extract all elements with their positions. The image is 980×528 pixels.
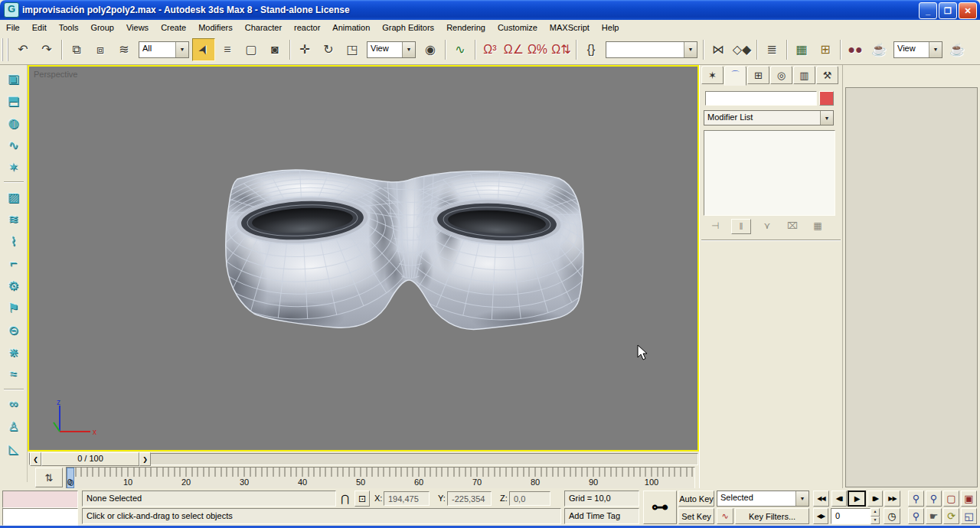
select-and-manipulate-button[interactable]: ∿ (449, 38, 472, 61)
current-frame-field[interactable]: 0 (831, 508, 871, 524)
tab-utilities[interactable]: ⚒ (816, 66, 838, 84)
menu-edit[interactable]: Edit (26, 21, 53, 34)
curve-editor-button[interactable]: ▦ (790, 38, 813, 61)
reference-coordinate-system-dropdown[interactable]: View▼ (367, 41, 416, 58)
create-soft-body-collection-button[interactable]: ◍ (3, 112, 24, 132)
maxscript-mini-listener-macro[interactable] (2, 491, 78, 508)
remove-modifier-button[interactable]: ⌧ (783, 219, 802, 233)
select-by-name-button[interactable]: ≡ (216, 38, 239, 61)
select-and-rotate-button[interactable]: ↻ (317, 38, 340, 61)
select-and-move-button[interactable]: ✛ (293, 38, 316, 61)
tab-modify[interactable]: ⌒ (724, 66, 746, 86)
title-bar[interactable]: G improvisación poly2poly2.max - Autodes… (0, 0, 980, 20)
menu-views[interactable]: Views (120, 21, 155, 34)
configure-modifier-sets-button[interactable]: ▦ (808, 219, 827, 233)
pin-stack-button[interactable]: ⊣ (706, 219, 724, 233)
unlink-selection-button[interactable]: ⧈ (89, 38, 112, 61)
time-slider-next-button[interactable]: ❯ (139, 452, 151, 466)
chevron-down-icon[interactable]: ▼ (402, 42, 415, 57)
key-mode-toggle[interactable]: ◀▶ (813, 508, 828, 524)
set-keys-button[interactable]: ⊶ (643, 491, 677, 524)
chevron-down-icon[interactable]: ▼ (820, 111, 833, 125)
minimize-button[interactable]: _ (919, 2, 937, 19)
menu-help[interactable]: Help (596, 21, 626, 34)
create-toy-car-button[interactable]: ⊝ (3, 320, 24, 340)
go-to-end-button[interactable]: ▶▶ (884, 491, 900, 507)
quick-render-button[interactable]: ☕ (946, 38, 969, 61)
absolute-offset-mode-toggle[interactable]: ⊡ (354, 491, 370, 507)
key-filters-button[interactable]: Key Filters... (735, 508, 809, 524)
menu-maxscript[interactable]: MAXScript (544, 21, 596, 34)
next-frame-button[interactable]: ▮▶ (867, 491, 883, 507)
x-coord-field[interactable]: 194,475 (384, 491, 430, 506)
menu-group[interactable]: Group (84, 21, 120, 34)
tab-display[interactable]: ▥ (793, 66, 815, 84)
zoom-extents-all-button[interactable]: ▣ (961, 491, 977, 507)
set-key-button[interactable]: Set Key (678, 508, 714, 524)
create-rope-collection-button[interactable]: ∿ (3, 135, 24, 155)
object-name-field[interactable] (705, 91, 817, 106)
arc-rotate-button[interactable]: ⟳ (943, 508, 959, 524)
rectangular-selection-region-button[interactable]: ▢ (240, 38, 263, 61)
auto-key-button[interactable]: Auto Key (678, 491, 714, 507)
percent-snap-toggle-button[interactable]: Ω% (526, 38, 549, 61)
apply-rope-modifier-button[interactable]: ⌇ (3, 231, 24, 251)
bind-to-space-warp-button[interactable]: ≋ (113, 38, 136, 61)
menu-reactor[interactable]: reactor (288, 21, 326, 34)
menu-modifiers[interactable]: Modifiers (192, 21, 239, 34)
zoom-button[interactable]: ⚲ (908, 491, 924, 507)
object-color-swatch[interactable] (819, 91, 834, 106)
go-to-start-button[interactable]: ◀◀ (813, 491, 829, 507)
close-button[interactable]: ✕ (959, 2, 977, 19)
tab-motion[interactable]: ◎ (770, 66, 792, 84)
create-fracture-button[interactable]: ⋇ (3, 342, 24, 362)
chevron-down-icon[interactable]: ▼ (684, 42, 697, 57)
menu-file[interactable]: File (0, 21, 26, 34)
pan-button[interactable]: ☛ (926, 508, 942, 524)
snaps-toggle-button[interactable]: Ω³ (479, 38, 501, 61)
viewport-label[interactable]: Perspective (34, 70, 77, 79)
restore-button[interactable]: ❐ (939, 2, 957, 19)
selection-filter-dropdown[interactable]: All▼ (139, 41, 189, 58)
create-spring-button[interactable]: ≋ (3, 209, 24, 229)
window-crossing-toggle-button[interactable]: ◙ (263, 38, 286, 61)
toolbar-grip[interactable] (2, 38, 8, 61)
key-filter-mode-dropdown[interactable]: Selected ▼ (717, 491, 809, 507)
apply-cloth-modifier-button[interactable]: ▨ (3, 187, 24, 207)
play-animation-button[interactable]: ▶ (848, 491, 866, 507)
frame-spinner[interactable]: ▲▼ (871, 508, 880, 524)
spinner-snap-toggle-button[interactable]: Ω⇅ (550, 38, 573, 61)
edit-named-selection-sets-button[interactable]: {} (580, 38, 603, 61)
min-max-toggle-button[interactable]: ◱ (961, 508, 977, 524)
create-water-button[interactable]: ≈ (3, 364, 24, 384)
material-editor-button[interactable]: ●● (844, 38, 867, 61)
render-type-dropdown[interactable]: View▼ (893, 41, 942, 58)
tab-create[interactable]: ✶ (701, 66, 724, 84)
time-slider-handle[interactable]: 0 / 100 (41, 452, 139, 466)
menu-customize[interactable]: Customize (492, 21, 544, 34)
redo-button[interactable]: ↷ (35, 38, 58, 61)
select-and-link-button[interactable]: ⧉ (65, 38, 88, 61)
previous-frame-button[interactable]: ◀▮ (831, 491, 847, 507)
create-soft-body-knot-button[interactable]: ∞ (3, 394, 24, 414)
track-bar-ruler[interactable]: 0 0102030405060708090100 (66, 467, 695, 489)
time-slider-prev-button[interactable]: ❮ (30, 452, 41, 466)
create-deforming-mesh-collection-button[interactable]: ✶ (3, 157, 24, 177)
layer-manager-button[interactable]: ≣ (760, 38, 783, 61)
align-button[interactable]: ◇◆ (730, 38, 753, 61)
select-and-uniform-scale-button[interactable]: ◳ (341, 38, 364, 61)
zoom-extents-button[interactable]: ▢ (943, 491, 959, 507)
create-rigid-body-collection-button[interactable]: ▣ (3, 68, 24, 88)
zoom-all-button[interactable]: ⚲ (926, 491, 942, 507)
schematic-view-button[interactable]: ⊞ (814, 38, 837, 61)
selection-lock-toggle[interactable]: ⋂ (338, 491, 352, 507)
mirror-button[interactable]: ⋈ (707, 38, 730, 61)
menu-rendering[interactable]: Rendering (440, 21, 492, 34)
render-scene-dialog-button[interactable]: ☕ (867, 38, 890, 61)
maxscript-mini-listener[interactable] (2, 508, 78, 526)
z-coord-field[interactable]: 0,0 (509, 491, 550, 506)
create-motor-button[interactable]: ⚙ (3, 275, 24, 295)
open-mini-curve-editor-button[interactable]: ⇅ (35, 468, 63, 487)
create-wind-button[interactable]: ⚑ (3, 298, 24, 318)
angle-snap-toggle-button[interactable]: Ω∠ (502, 38, 525, 61)
